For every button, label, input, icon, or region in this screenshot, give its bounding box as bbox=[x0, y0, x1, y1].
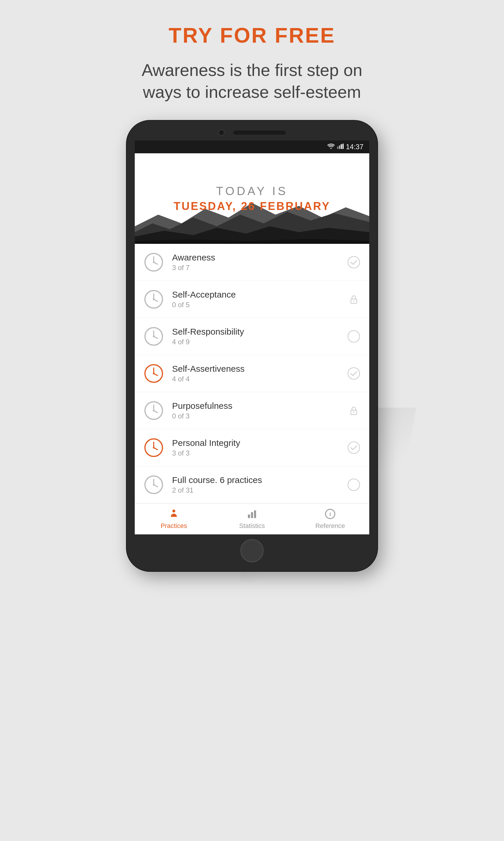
course-item[interactable]: Purposefulness 0 of 3 bbox=[135, 392, 369, 429]
phone-bottom-hardware bbox=[135, 539, 369, 562]
bottom-nav: Practices Statistics i Reference bbox=[135, 503, 369, 534]
course-item[interactable]: Personal Integrity 3 of 3 bbox=[135, 429, 369, 466]
clock-icon bbox=[144, 289, 164, 310]
reference-icon: i bbox=[325, 509, 336, 520]
try-free-title: TRY FOR FREE bbox=[121, 23, 383, 47]
free-label: FREE bbox=[275, 24, 336, 47]
svg-text:i: i bbox=[329, 511, 331, 517]
date-label: TUESDAY, 26 FEBRUARY bbox=[174, 200, 330, 212]
svg-point-19 bbox=[353, 301, 354, 302]
course-progress: 3 of 3 bbox=[172, 449, 347, 457]
svg-point-39 bbox=[153, 447, 155, 448]
status-time: 14:37 bbox=[346, 143, 363, 151]
course-name: Awareness bbox=[172, 253, 347, 262]
svg-point-13 bbox=[348, 256, 360, 268]
today-label: TODAY IS bbox=[216, 185, 288, 198]
course-status-icon bbox=[347, 256, 360, 269]
course-name: Purposefulness bbox=[172, 401, 347, 411]
course-info: Awareness 3 of 7 bbox=[172, 253, 347, 272]
screen: TODAY IS TUESDAY, 26 FEBRUARY Awareness … bbox=[135, 153, 369, 534]
course-item[interactable]: Awareness 3 of 7 bbox=[135, 244, 369, 281]
statistics-icon bbox=[247, 509, 257, 520]
svg-point-12 bbox=[153, 261, 155, 263]
phone-top-hardware bbox=[135, 130, 369, 136]
svg-point-29 bbox=[348, 368, 360, 379]
svg-rect-1 bbox=[337, 147, 338, 149]
course-item[interactable]: Self-Responsibility 4 of 9 bbox=[135, 318, 369, 355]
svg-point-44 bbox=[153, 484, 155, 486]
speaker bbox=[233, 131, 286, 135]
course-status-icon bbox=[347, 478, 360, 492]
course-name: Self-Responsibility bbox=[172, 327, 347, 337]
wifi-icon bbox=[327, 143, 335, 151]
svg-rect-49 bbox=[254, 511, 256, 518]
clock-icon bbox=[144, 252, 164, 272]
clock-icon bbox=[144, 363, 164, 384]
nav-label: Practices bbox=[161, 522, 187, 530]
course-info: Self-Acceptance 0 of 5 bbox=[172, 290, 347, 309]
svg-rect-47 bbox=[248, 515, 250, 518]
course-info: Full course. 6 practices 2 of 31 bbox=[172, 475, 347, 494]
course-list: Awareness 3 of 7 Self-Acceptance 0 of 5 bbox=[135, 244, 369, 503]
svg-point-33 bbox=[153, 410, 155, 411]
course-item[interactable]: Self-Acceptance 0 of 5 bbox=[135, 281, 369, 318]
nav-item-practices[interactable]: Practices bbox=[135, 503, 213, 534]
header-section: TRY FOR FREE Awareness is the first step… bbox=[121, 23, 383, 103]
course-progress: 0 of 5 bbox=[172, 301, 347, 309]
clock-icon bbox=[144, 475, 164, 495]
svg-point-17 bbox=[153, 298, 155, 300]
course-status-icon bbox=[347, 330, 360, 343]
status-icons: 14:37 bbox=[327, 143, 363, 151]
practices-icon bbox=[168, 509, 179, 520]
clock-icon bbox=[144, 437, 164, 458]
svg-point-23 bbox=[153, 336, 155, 337]
status-bar: 14:37 bbox=[135, 140, 369, 153]
svg-point-28 bbox=[153, 373, 155, 374]
course-progress: 2 of 31 bbox=[172, 486, 347, 494]
svg-rect-48 bbox=[251, 512, 253, 518]
course-progress: 0 of 3 bbox=[172, 412, 347, 420]
svg-rect-4 bbox=[342, 144, 344, 149]
course-name: Self-Acceptance bbox=[172, 290, 347, 299]
course-name: Personal Integrity bbox=[172, 438, 347, 448]
course-item[interactable]: Full course. 6 practices 2 of 31 bbox=[135, 466, 369, 503]
hero-section: TODAY IS TUESDAY, 26 FEBRUARY bbox=[135, 153, 369, 244]
course-status-icon bbox=[347, 404, 360, 417]
svg-point-45 bbox=[348, 479, 360, 491]
svg-rect-2 bbox=[339, 145, 340, 149]
clock-icon bbox=[144, 400, 164, 421]
svg-point-40 bbox=[348, 442, 360, 453]
course-info: Personal Integrity 3 of 3 bbox=[172, 438, 347, 457]
subtitle-text: Awareness is the first step on ways to i… bbox=[121, 59, 383, 103]
svg-rect-3 bbox=[341, 144, 342, 149]
phone-device: 14:37 TODAY IS TUESDAY, 26 FEBRUARY bbox=[127, 121, 377, 571]
try-label: TRY FOR bbox=[168, 24, 275, 47]
signal-icon bbox=[337, 143, 344, 151]
svg-point-24 bbox=[348, 330, 360, 342]
nav-label: Statistics bbox=[239, 522, 265, 530]
svg-point-35 bbox=[353, 412, 354, 413]
nav-item-reference[interactable]: i Reference bbox=[291, 503, 369, 534]
camera bbox=[218, 130, 224, 136]
course-name: Self-Assertiveness bbox=[172, 364, 347, 374]
svg-point-46 bbox=[173, 510, 175, 513]
course-status-icon bbox=[347, 367, 360, 380]
course-status-icon bbox=[347, 293, 360, 306]
course-status-icon bbox=[347, 441, 360, 454]
course-progress: 3 of 7 bbox=[172, 264, 347, 272]
nav-label: Reference bbox=[315, 522, 345, 530]
course-name: Full course. 6 practices bbox=[172, 475, 347, 485]
course-item[interactable]: Self-Assertiveness 4 of 4 bbox=[135, 355, 369, 392]
clock-icon bbox=[144, 326, 164, 347]
nav-item-statistics[interactable]: Statistics bbox=[213, 503, 291, 534]
course-info: Purposefulness 0 of 3 bbox=[172, 401, 347, 420]
course-info: Self-Assertiveness 4 of 4 bbox=[172, 364, 347, 383]
svg-point-0 bbox=[330, 148, 331, 149]
course-info: Self-Responsibility 4 of 9 bbox=[172, 327, 347, 346]
home-button[interactable] bbox=[240, 539, 264, 562]
course-progress: 4 of 9 bbox=[172, 338, 347, 346]
course-progress: 4 of 4 bbox=[172, 375, 347, 383]
phone-wrapper: 14:37 TODAY IS TUESDAY, 26 FEBRUARY bbox=[127, 121, 377, 571]
